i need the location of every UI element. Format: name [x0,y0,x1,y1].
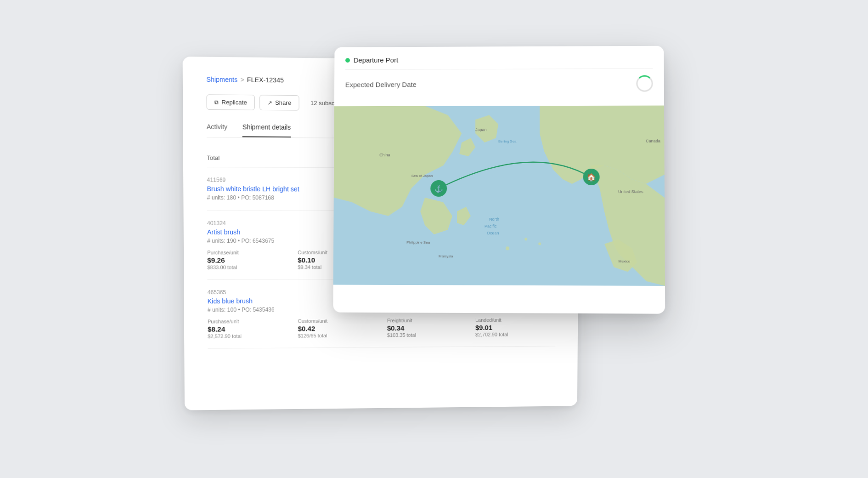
svg-text:Pacific: Pacific [485,224,497,228]
svg-text:Philippine Sea: Philippine Sea [406,240,430,245]
expected-delivery-label: Expected Delivery Date [345,80,417,88]
tab-activity[interactable]: Activity [207,123,228,137]
customs-total: $126/65 total [298,332,380,338]
svg-text:Canada: Canada [646,139,660,143]
svg-text:Malaysia: Malaysia [439,254,453,258]
svg-text:North: North [489,217,499,222]
svg-text:🏠: 🏠 [586,173,596,182]
landed-label: Landed/unit [475,317,556,323]
customs-value: $0.42 [298,324,380,332]
svg-text:Sea of Japan: Sea of Japan [411,174,433,178]
svg-point-2 [524,238,527,240]
purchase-total: $833.00 total [207,264,290,270]
loading-spinner [636,75,653,92]
map-card: Departure Port Expected Delivery Date [333,46,665,314]
freight-cost: Freight/unit $0.34 $103.35 total [387,318,468,338]
purchase-value: $9.26 [207,256,290,264]
purchase-cost: Purchase/unit $8.24 $2,572.90 total [208,319,291,339]
expected-delivery-row: Expected Delivery Date [345,68,653,99]
customs-label: Customs/unit [298,318,379,324]
svg-text:Bering Sea: Bering Sea [498,139,517,143]
map-area: ⚓ 🏠 China Japan Canada United States Nor… [333,106,665,286]
svg-text:Ocean: Ocean [487,231,499,235]
freight-total: $103.35 total [387,332,468,338]
breadcrumb-current: FLEX-12345 [247,76,284,84]
svg-text:⚓: ⚓ [434,184,443,193]
departure-port-section: Departure Port [345,55,653,64]
purchase-label: Purchase/unit [208,319,290,324]
replicate-icon: ⧉ [214,99,219,105]
tab-shipment-details[interactable]: Shipment details [242,123,291,137]
breadcrumb-shipments-link[interactable]: Shipments [206,76,237,84]
replicate-button[interactable]: ⧉ Replicate [206,94,255,110]
customs-cost: Customs/unit $0.42 $126/65 total [298,318,379,339]
share-button[interactable]: ↗ Share [259,95,299,110]
purchase-label: Purchase/unit [207,250,290,255]
departure-port-indicator [345,58,350,63]
purchase-total: $2,572.90 total [208,333,290,339]
landed-cost: Landed/unit $9.01 $2,702.90 total [475,317,556,337]
purchase-cost: Purchase/unit $9.26 $833.00 total [207,250,290,270]
svg-text:China: China [379,153,390,157]
map-svg: ⚓ 🏠 China Japan Canada United States Nor… [333,106,665,286]
map-card-header: Departure Port Expected Delivery Date [334,46,664,106]
purchase-value: $8.24 [208,325,290,333]
freight-label: Freight/unit [387,318,468,324]
total-label: Total [207,154,220,161]
landed-total: $2,702.90 total [475,331,555,337]
departure-port-label: Departure Port [354,56,398,64]
svg-text:United States: United States [618,189,643,194]
cost-columns: Purchase/unit $8.24 $2,572.90 total Cust… [208,317,556,339]
freight-value: $0.34 [387,324,468,332]
svg-text:Mexico: Mexico [619,259,631,263]
svg-text:Japan: Japan [475,127,486,132]
share-icon: ↗ [268,99,272,106]
svg-point-3 [538,242,541,245]
svg-point-1 [506,246,509,250]
landed-value: $9.01 [475,323,555,331]
breadcrumb-separator: > [240,76,244,83]
